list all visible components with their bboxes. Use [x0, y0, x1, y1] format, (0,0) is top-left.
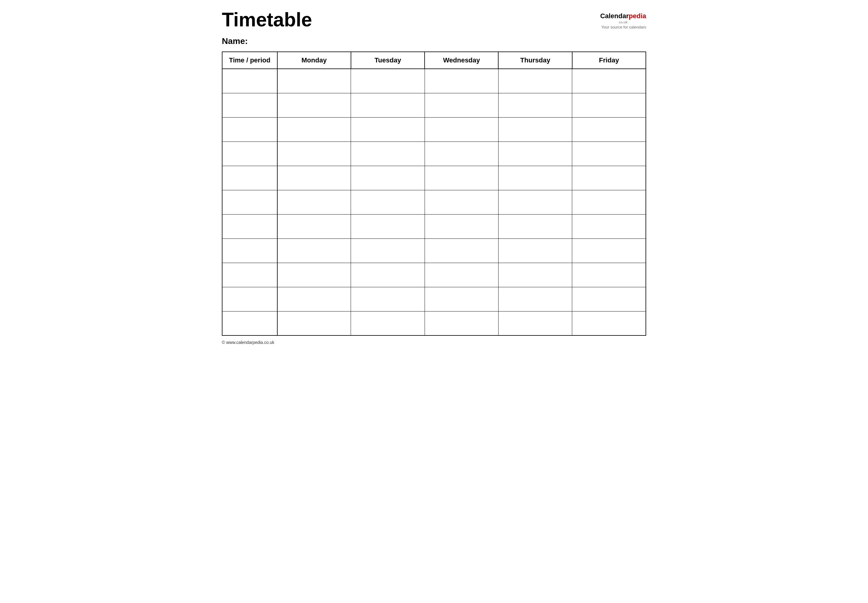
- logo-tagline: Your source for calendars: [600, 25, 646, 29]
- table-cell[interactable]: [222, 263, 277, 287]
- table-cell[interactable]: [572, 238, 646, 263]
- table-cell[interactable]: [498, 238, 572, 263]
- table-cell[interactable]: [425, 287, 498, 311]
- table-row: [222, 93, 646, 117]
- table-cell[interactable]: [222, 166, 277, 190]
- table-row: [222, 117, 646, 142]
- table-cell[interactable]: [351, 311, 425, 336]
- table-cell[interactable]: [498, 214, 572, 238]
- col-header-tuesday: Tuesday: [351, 52, 425, 69]
- table-cell[interactable]: [222, 190, 277, 214]
- table-cell[interactable]: [277, 166, 351, 190]
- table-cell[interactable]: [277, 142, 351, 166]
- table-cell[interactable]: [222, 287, 277, 311]
- table-cell[interactable]: [222, 117, 277, 142]
- table-cell[interactable]: [425, 142, 498, 166]
- table-row: [222, 238, 646, 263]
- table-cell[interactable]: [351, 287, 425, 311]
- col-header-thursday: Thursday: [498, 52, 572, 69]
- table-cell[interactable]: [222, 311, 277, 336]
- table-cell[interactable]: [498, 69, 572, 93]
- table-cell[interactable]: [498, 117, 572, 142]
- table-cell[interactable]: [572, 69, 646, 93]
- table-row: [222, 287, 646, 311]
- table-row: [222, 142, 646, 166]
- table-cell[interactable]: [351, 166, 425, 190]
- table-cell[interactable]: [498, 93, 572, 117]
- table-cell[interactable]: [222, 238, 277, 263]
- table-cell[interactable]: [498, 166, 572, 190]
- table-cell[interactable]: [222, 214, 277, 238]
- col-header-time: Time / period: [222, 52, 277, 69]
- table-cell[interactable]: [277, 238, 351, 263]
- table-header-row: Time / period Monday Tuesday Wednesday T…: [222, 52, 646, 69]
- table-cell[interactable]: [572, 287, 646, 311]
- name-row: Name:: [222, 36, 646, 46]
- table-cell[interactable]: [572, 190, 646, 214]
- table-cell[interactable]: [572, 214, 646, 238]
- table-cell[interactable]: [277, 311, 351, 336]
- page-wrapper: Timetable Calendarpediaco.uk Your source…: [222, 9, 646, 345]
- table-cell[interactable]: [222, 69, 277, 93]
- table-cell[interactable]: [351, 93, 425, 117]
- table-cell[interactable]: [277, 93, 351, 117]
- table-cell[interactable]: [351, 142, 425, 166]
- logo-couk: co.uk: [600, 20, 646, 24]
- table-cell[interactable]: [277, 214, 351, 238]
- col-header-friday: Friday: [572, 52, 646, 69]
- table-cell[interactable]: [572, 93, 646, 117]
- table-cell[interactable]: [277, 190, 351, 214]
- page-title: Timetable: [222, 9, 312, 30]
- table-row: [222, 69, 646, 93]
- footer-url: © www.calendarpedia.co.uk: [222, 340, 274, 345]
- table-cell[interactable]: [498, 142, 572, 166]
- table-cell[interactable]: [425, 238, 498, 263]
- table-cell[interactable]: [572, 166, 646, 190]
- table-cell[interactable]: [425, 117, 498, 142]
- table-cell[interactable]: [351, 263, 425, 287]
- table-row: [222, 166, 646, 190]
- table-cell[interactable]: [425, 214, 498, 238]
- col-header-wednesday: Wednesday: [425, 52, 498, 69]
- table-cell[interactable]: [351, 190, 425, 214]
- table-cell[interactable]: [277, 117, 351, 142]
- table-row: [222, 190, 646, 214]
- table-cell[interactable]: [425, 263, 498, 287]
- header: Timetable Calendarpediaco.uk Your source…: [222, 9, 646, 30]
- logo-text: Calendarpediaco.uk: [600, 11, 646, 24]
- table-cell[interactable]: [351, 238, 425, 263]
- logo-calendar: Calendar: [600, 12, 628, 20]
- table-cell[interactable]: [572, 117, 646, 142]
- table-cell[interactable]: [425, 69, 498, 93]
- table-row: [222, 263, 646, 287]
- table-cell[interactable]: [351, 117, 425, 142]
- table-cell[interactable]: [572, 263, 646, 287]
- table-row: [222, 214, 646, 238]
- footer: © www.calendarpedia.co.uk: [222, 340, 646, 345]
- table-cell[interactable]: [498, 287, 572, 311]
- logo-area: Calendarpediaco.uk Your source for calen…: [600, 9, 646, 29]
- col-header-monday: Monday: [277, 52, 351, 69]
- table-cell[interactable]: [277, 263, 351, 287]
- table-cell[interactable]: [498, 263, 572, 287]
- timetable: Time / period Monday Tuesday Wednesday T…: [222, 51, 646, 336]
- table-row: [222, 311, 646, 336]
- table-cell[interactable]: [572, 311, 646, 336]
- logo-pedia: pedia: [629, 12, 646, 20]
- table-cell[interactable]: [498, 190, 572, 214]
- table-cell[interactable]: [425, 311, 498, 336]
- table-cell[interactable]: [498, 311, 572, 336]
- table-cell[interactable]: [222, 142, 277, 166]
- table-cell[interactable]: [277, 69, 351, 93]
- table-cell[interactable]: [351, 69, 425, 93]
- table-cell[interactable]: [351, 214, 425, 238]
- table-cell[interactable]: [572, 142, 646, 166]
- name-label: Name:: [222, 36, 248, 46]
- timetable-body: [222, 69, 646, 336]
- table-cell[interactable]: [425, 93, 498, 117]
- table-cell[interactable]: [222, 93, 277, 117]
- table-cell[interactable]: [425, 166, 498, 190]
- table-cell[interactable]: [425, 190, 498, 214]
- table-cell[interactable]: [277, 287, 351, 311]
